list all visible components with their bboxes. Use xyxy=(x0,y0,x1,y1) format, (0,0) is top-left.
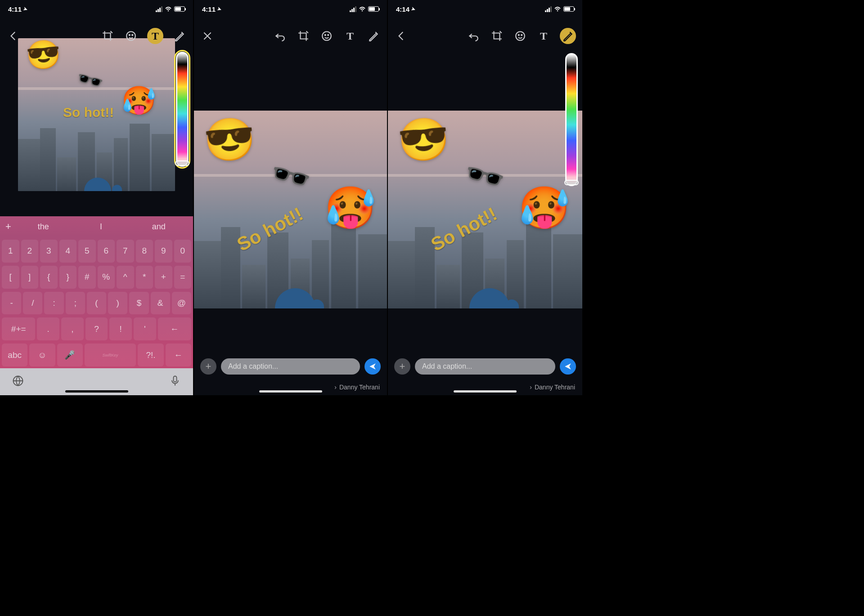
key[interactable]: $ xyxy=(129,292,148,315)
key[interactable]: ( xyxy=(87,292,106,315)
text-overlay[interactable]: So hot!! xyxy=(63,105,114,120)
text-tool-button[interactable]: T xyxy=(147,28,163,44)
key[interactable]: 2 xyxy=(21,240,39,263)
signal-icon xyxy=(350,6,356,12)
caption-input[interactable]: Add a caption... xyxy=(415,358,555,375)
photo-canvas[interactable]: 😎 🕶️ 🥵 So hot!! xyxy=(194,111,387,308)
color-slider[interactable] xyxy=(565,53,578,186)
key[interactable]: ! xyxy=(109,317,132,340)
crop-icon[interactable] xyxy=(100,29,115,43)
crop-icon[interactable] xyxy=(490,29,504,43)
svg-rect-5 xyxy=(174,376,177,382)
key[interactable]: 6 xyxy=(98,240,115,263)
globe-icon[interactable] xyxy=(12,375,24,389)
suggestion-plus[interactable]: + xyxy=(5,221,14,232)
key[interactable]: 5 xyxy=(78,240,96,263)
key[interactable]: & xyxy=(151,292,170,315)
sticker-icon[interactable] xyxy=(513,29,527,43)
send-button[interactable] xyxy=(560,358,576,375)
home-indicator[interactable] xyxy=(259,390,322,393)
key[interactable]: % xyxy=(98,266,115,289)
recipient-row[interactable]: ›Danny Tehrani xyxy=(334,384,380,391)
key[interactable]: 3 xyxy=(40,240,58,263)
emoji-glasses[interactable]: 🕶️ xyxy=(74,67,106,94)
suggestion-3[interactable]: and xyxy=(130,222,188,232)
key[interactable]: 4 xyxy=(59,240,77,263)
key[interactable]: { xyxy=(40,266,58,289)
key[interactable]: / xyxy=(23,292,42,315)
key-symbols[interactable]: #+= xyxy=(2,317,35,340)
color-slider-knob[interactable] xyxy=(564,180,579,185)
status-time: 4:11 xyxy=(8,5,22,13)
svg-point-12 xyxy=(518,35,519,36)
key[interactable]: # xyxy=(78,266,96,289)
draw-icon[interactable] xyxy=(172,29,187,43)
recipient-row[interactable]: ›Danny Tehrani xyxy=(530,384,575,391)
draw-icon[interactable] xyxy=(366,29,381,43)
status-bar: 4:11➤ xyxy=(194,0,387,18)
caption-input[interactable]: Add a caption... xyxy=(221,358,360,375)
key[interactable]: ) xyxy=(108,292,127,315)
back-button[interactable] xyxy=(394,29,409,43)
key-mic[interactable]: 🎤 xyxy=(57,344,83,366)
draw-icon[interactable] xyxy=(560,28,576,44)
key[interactable]: : xyxy=(44,292,63,315)
location-icon: ➤ xyxy=(216,5,222,12)
key[interactable]: ] xyxy=(21,266,39,289)
key[interactable]: [ xyxy=(2,266,19,289)
screen-text-edit: 4:11➤ T 😎 🕶️ 🥵 So hot!! + the I and xyxy=(0,0,194,395)
undo-icon[interactable] xyxy=(273,29,287,43)
undo-icon[interactable] xyxy=(466,29,481,43)
sticker-icon[interactable] xyxy=(124,29,138,43)
crop-icon[interactable] xyxy=(296,29,310,43)
back-button[interactable] xyxy=(6,29,21,43)
key[interactable]: = xyxy=(174,266,192,289)
key-punct[interactable]: ?!. xyxy=(138,344,163,366)
key[interactable]: @ xyxy=(172,292,191,315)
key[interactable]: 9 xyxy=(155,240,172,263)
home-indicator[interactable] xyxy=(454,390,517,393)
key[interactable]: 7 xyxy=(117,240,134,263)
suggestion-1[interactable]: the xyxy=(14,222,72,232)
photo-canvas[interactable]: 😎 🕶️ 🥵 So hot!! xyxy=(18,38,175,191)
key[interactable]: ' xyxy=(134,317,156,340)
key-return[interactable]: ← xyxy=(166,344,191,366)
chevron-right-icon: › xyxy=(334,384,337,391)
key[interactable]: - xyxy=(2,292,21,315)
key[interactable]: ? xyxy=(86,317,108,340)
key[interactable]: * xyxy=(136,266,153,289)
key-backspace[interactable]: ← xyxy=(158,317,191,340)
key[interactable]: ^ xyxy=(117,266,134,289)
photo-canvas[interactable]: 😎 🕶️ 🥵 So hot!! xyxy=(388,111,582,308)
color-slider-knob[interactable] xyxy=(175,161,189,166)
key[interactable]: + xyxy=(155,266,172,289)
text-tool-button[interactable]: T xyxy=(536,29,551,43)
add-media-button[interactable]: + xyxy=(200,358,216,375)
suggestion-2[interactable]: I xyxy=(72,222,130,232)
key-abc[interactable]: abc xyxy=(2,344,27,366)
key[interactable]: 1 xyxy=(2,240,19,263)
emoji-cool[interactable]: 😎 xyxy=(202,116,257,162)
key[interactable]: 8 xyxy=(136,240,153,263)
key-space[interactable]: SwiftKey xyxy=(85,344,136,366)
key[interactable]: 0 xyxy=(174,240,192,263)
svg-point-8 xyxy=(325,35,326,36)
key[interactable]: } xyxy=(59,266,77,289)
wifi-icon xyxy=(165,6,172,12)
home-indicator[interactable] xyxy=(65,390,128,393)
sticker-icon[interactable] xyxy=(320,29,334,43)
key[interactable]: , xyxy=(61,317,84,340)
add-media-button[interactable]: + xyxy=(394,358,410,375)
send-button[interactable] xyxy=(364,358,381,375)
text-tool-button[interactable]: T xyxy=(343,29,357,43)
key-emoji[interactable]: ☺ xyxy=(29,344,55,366)
close-button[interactable] xyxy=(200,29,215,43)
key[interactable]: ; xyxy=(66,292,85,315)
mic-icon[interactable] xyxy=(169,375,181,389)
color-slider[interactable] xyxy=(176,52,189,167)
status-bar: 4:14➤ xyxy=(388,0,582,18)
key[interactable]: . xyxy=(37,317,59,340)
battery-icon xyxy=(174,6,185,12)
emoji-cool[interactable]: 😎 xyxy=(396,116,451,162)
svg-point-1 xyxy=(126,31,135,40)
